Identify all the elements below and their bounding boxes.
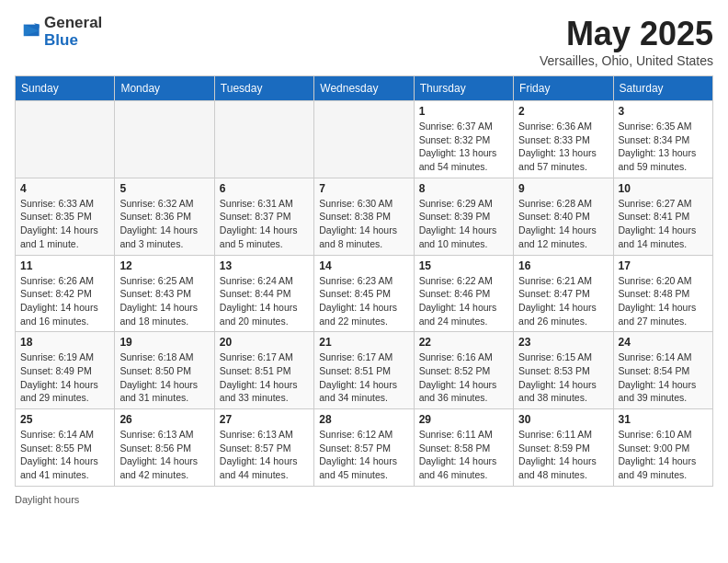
day-number: 23	[518, 336, 608, 349]
calendar-cell: 1Sunrise: 6:37 AM Sunset: 8:32 PM Daylig…	[414, 101, 513, 178]
calendar-table: SundayMondayTuesdayWednesdayThursdayFrid…	[15, 75, 713, 487]
day-number: 7	[319, 182, 408, 195]
day-info: Sunrise: 6:12 AM Sunset: 8:57 PM Dayligh…	[319, 428, 408, 482]
calendar-cell: 16Sunrise: 6:21 AM Sunset: 8:47 PM Dayli…	[514, 255, 613, 332]
day-number: 28	[319, 413, 408, 426]
calendar-week-3: 11Sunrise: 6:26 AM Sunset: 8:42 PM Dayli…	[16, 255, 713, 332]
calendar-cell: 10Sunrise: 6:27 AM Sunset: 8:41 PM Dayli…	[613, 178, 712, 255]
day-number: 11	[20, 259, 109, 272]
calendar-week-5: 25Sunrise: 6:14 AM Sunset: 8:55 PM Dayli…	[16, 409, 713, 487]
day-info: Sunrise: 6:17 AM Sunset: 8:51 PM Dayligh…	[319, 350, 408, 405]
calendar-cell: 9Sunrise: 6:28 AM Sunset: 8:40 PM Daylig…	[514, 178, 613, 255]
calendar-cell: 2Sunrise: 6:36 AM Sunset: 8:33 PM Daylig…	[514, 101, 613, 178]
day-info: Sunrise: 6:14 AM Sunset: 8:54 PM Dayligh…	[619, 350, 708, 405]
day-number: 16	[518, 259, 608, 272]
day-number: 25	[20, 413, 109, 426]
day-info: Sunrise: 6:17 AM Sunset: 8:51 PM Dayligh…	[220, 350, 309, 405]
calendar-cell: 12Sunrise: 6:25 AM Sunset: 8:43 PM Dayli…	[115, 255, 214, 332]
day-number: 20	[220, 336, 309, 349]
day-number: 19	[119, 336, 209, 349]
day-info: Sunrise: 6:26 AM Sunset: 8:42 PM Dayligh…	[20, 274, 109, 328]
calendar-cell: 28Sunrise: 6:12 AM Sunset: 8:57 PM Dayli…	[314, 409, 414, 487]
day-number: 14	[319, 259, 408, 272]
day-number: 4	[20, 182, 109, 195]
day-info: Sunrise: 6:13 AM Sunset: 8:56 PM Dayligh…	[119, 428, 209, 482]
calendar-cell	[214, 101, 313, 178]
day-number: 31	[619, 413, 708, 426]
weekday-header-sunday: Sunday	[16, 76, 115, 101]
day-info: Sunrise: 6:25 AM Sunset: 8:43 PM Dayligh…	[119, 274, 209, 328]
calendar-cell: 4Sunrise: 6:33 AM Sunset: 8:35 PM Daylig…	[16, 178, 115, 255]
day-info: Sunrise: 6:36 AM Sunset: 8:33 PM Dayligh…	[518, 120, 608, 174]
weekday-header-row: SundayMondayTuesdayWednesdayThursdayFrid…	[16, 76, 713, 101]
calendar-cell	[16, 101, 115, 178]
calendar-cell: 23Sunrise: 6:15 AM Sunset: 8:53 PM Dayli…	[514, 332, 613, 409]
calendar-cell: 21Sunrise: 6:17 AM Sunset: 8:51 PM Dayli…	[314, 332, 414, 409]
calendar-cell	[314, 101, 414, 178]
day-number: 18	[20, 336, 109, 349]
calendar-cell	[115, 101, 214, 178]
day-info: Sunrise: 6:18 AM Sunset: 8:50 PM Dayligh…	[119, 350, 209, 405]
calendar-cell: 25Sunrise: 6:14 AM Sunset: 8:55 PM Dayli…	[16, 409, 115, 487]
day-number: 26	[119, 413, 209, 426]
day-info: Sunrise: 6:13 AM Sunset: 8:57 PM Dayligh…	[220, 428, 309, 482]
calendar-cell: 24Sunrise: 6:14 AM Sunset: 8:54 PM Dayli…	[613, 332, 712, 409]
daylight-label: Daylight hours	[15, 494, 79, 505]
weekday-header-friday: Friday	[514, 76, 613, 101]
day-number: 12	[119, 259, 209, 272]
day-number: 1	[419, 105, 508, 118]
day-number: 3	[619, 105, 708, 118]
day-number: 9	[518, 182, 608, 195]
day-info: Sunrise: 6:20 AM Sunset: 8:48 PM Dayligh…	[619, 274, 708, 328]
calendar-cell: 27Sunrise: 6:13 AM Sunset: 8:57 PM Dayli…	[214, 409, 313, 487]
month-title: May 2025	[540, 15, 713, 53]
calendar-cell: 20Sunrise: 6:17 AM Sunset: 8:51 PM Dayli…	[214, 332, 313, 409]
day-number: 8	[419, 182, 508, 195]
calendar-cell: 18Sunrise: 6:19 AM Sunset: 8:49 PM Dayli…	[16, 332, 115, 409]
calendar-cell: 31Sunrise: 6:10 AM Sunset: 9:00 PM Dayli…	[613, 409, 712, 487]
day-number: 21	[319, 336, 408, 349]
calendar-cell: 5Sunrise: 6:32 AM Sunset: 8:36 PM Daylig…	[115, 178, 214, 255]
footer: Daylight hours	[15, 494, 713, 505]
title-block: May 2025 Versailles, Ohio, United States	[540, 15, 713, 68]
day-number: 15	[419, 259, 508, 272]
day-info: Sunrise: 6:29 AM Sunset: 8:39 PM Dayligh…	[419, 197, 508, 251]
day-info: Sunrise: 6:11 AM Sunset: 8:59 PM Dayligh…	[518, 428, 608, 482]
day-number: 13	[220, 259, 309, 272]
day-info: Sunrise: 6:19 AM Sunset: 8:49 PM Dayligh…	[20, 350, 109, 405]
day-info: Sunrise: 6:27 AM Sunset: 8:41 PM Dayligh…	[619, 197, 708, 251]
weekday-header-wednesday: Wednesday	[314, 76, 414, 101]
day-info: Sunrise: 6:37 AM Sunset: 8:32 PM Dayligh…	[419, 120, 508, 174]
day-info: Sunrise: 6:31 AM Sunset: 8:37 PM Dayligh…	[220, 197, 309, 251]
day-number: 10	[619, 182, 708, 195]
calendar-cell: 11Sunrise: 6:26 AM Sunset: 8:42 PM Dayli…	[16, 255, 115, 332]
day-number: 27	[220, 413, 309, 426]
calendar-week-1: 1Sunrise: 6:37 AM Sunset: 8:32 PM Daylig…	[16, 101, 713, 178]
weekday-header-tuesday: Tuesday	[214, 76, 313, 101]
day-number: 5	[119, 182, 209, 195]
logo: General Blue	[15, 15, 102, 49]
calendar-cell: 6Sunrise: 6:31 AM Sunset: 8:37 PM Daylig…	[214, 178, 313, 255]
day-info: Sunrise: 6:16 AM Sunset: 8:52 PM Dayligh…	[419, 350, 508, 405]
weekday-header-thursday: Thursday	[414, 76, 513, 101]
day-info: Sunrise: 6:32 AM Sunset: 8:36 PM Dayligh…	[119, 197, 209, 251]
day-info: Sunrise: 6:10 AM Sunset: 9:00 PM Dayligh…	[619, 428, 708, 482]
calendar-cell: 7Sunrise: 6:30 AM Sunset: 8:38 PM Daylig…	[314, 178, 414, 255]
calendar-week-2: 4Sunrise: 6:33 AM Sunset: 8:35 PM Daylig…	[16, 178, 713, 255]
day-number: 17	[619, 259, 708, 272]
day-info: Sunrise: 6:30 AM Sunset: 8:38 PM Dayligh…	[319, 197, 408, 251]
calendar-cell: 3Sunrise: 6:35 AM Sunset: 8:34 PM Daylig…	[613, 101, 712, 178]
calendar-cell: 15Sunrise: 6:22 AM Sunset: 8:46 PM Dayli…	[414, 255, 513, 332]
day-info: Sunrise: 6:23 AM Sunset: 8:45 PM Dayligh…	[319, 274, 408, 328]
logo-general: General	[44, 15, 102, 32]
calendar-cell: 17Sunrise: 6:20 AM Sunset: 8:48 PM Dayli…	[613, 255, 712, 332]
calendar-cell: 26Sunrise: 6:13 AM Sunset: 8:56 PM Dayli…	[115, 409, 214, 487]
weekday-header-monday: Monday	[115, 76, 214, 101]
day-info: Sunrise: 6:14 AM Sunset: 8:55 PM Dayligh…	[20, 428, 109, 482]
day-number: 30	[518, 413, 608, 426]
calendar-week-4: 18Sunrise: 6:19 AM Sunset: 8:49 PM Dayli…	[16, 332, 713, 409]
day-info: Sunrise: 6:21 AM Sunset: 8:47 PM Dayligh…	[518, 274, 608, 328]
logo-text: General Blue	[44, 15, 102, 49]
calendar-cell: 8Sunrise: 6:29 AM Sunset: 8:39 PM Daylig…	[414, 178, 513, 255]
day-info: Sunrise: 6:28 AM Sunset: 8:40 PM Dayligh…	[518, 197, 608, 251]
